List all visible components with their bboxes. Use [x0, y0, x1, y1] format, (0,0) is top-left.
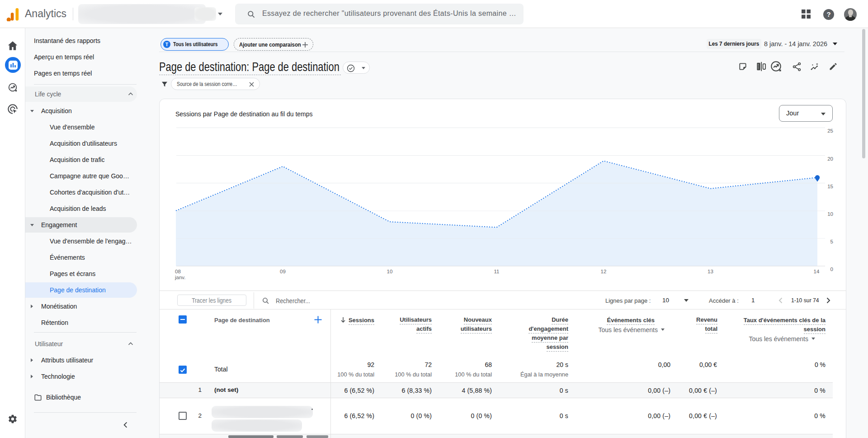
- svg-text:15: 15: [827, 184, 833, 189]
- svg-text:0: 0: [830, 267, 833, 272]
- svg-text:25: 25: [827, 128, 833, 133]
- svg-text:08: 08: [175, 269, 181, 274]
- svg-text:11: 11: [494, 269, 500, 274]
- svg-text:10: 10: [387, 269, 393, 274]
- svg-text:14: 14: [814, 269, 820, 274]
- svg-text:janv.: janv.: [175, 275, 185, 280]
- svg-text:5: 5: [830, 239, 833, 244]
- svg-text:13: 13: [708, 269, 713, 274]
- svg-text:09: 09: [280, 269, 286, 274]
- svg-text:12: 12: [601, 269, 607, 274]
- svg-text:10: 10: [827, 211, 833, 217]
- svg-text:20: 20: [827, 156, 833, 162]
